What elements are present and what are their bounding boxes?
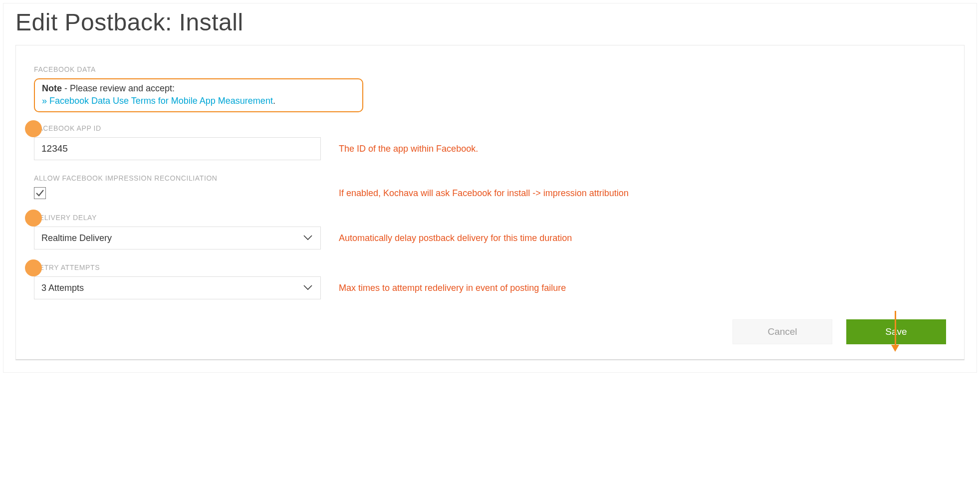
retry-attempts-select[interactable]: 3 Attempts xyxy=(34,276,321,299)
raquo-icon: » xyxy=(42,96,49,106)
highlight-dot-icon xyxy=(25,259,42,276)
retry-label: RETRY ATTEMPTS xyxy=(34,263,946,271)
check-icon xyxy=(35,189,44,198)
impression-label: ALLOW FACEBOOK IMPRESSION RECONCILIATION xyxy=(34,174,946,182)
cancel-button[interactable]: Cancel xyxy=(733,319,832,344)
highlight-dot-icon xyxy=(25,210,42,227)
retry-helper: Max times to attempt redelivery in event… xyxy=(339,283,566,293)
note-callout: Note - Please review and accept: » Faceb… xyxy=(34,78,363,112)
note-rest: - Please review and accept: xyxy=(62,83,175,93)
highlight-dot-icon xyxy=(25,120,42,137)
note-bold: Note xyxy=(42,83,62,93)
app-id-helper: The ID of the app within Facebook. xyxy=(339,144,478,154)
note-line-2: » Facebook Data Use Terms for Mobile App… xyxy=(42,96,355,106)
facebook-data-label: FACEBOOK DATA xyxy=(34,65,946,73)
impression-helper: If enabled, Kochava will ask Facebook fo… xyxy=(339,188,629,199)
impression-checkbox[interactable] xyxy=(34,187,46,199)
delivery-delay-helper: Automatically delay postback delivery fo… xyxy=(339,233,572,243)
facebook-app-id-input[interactable] xyxy=(34,137,321,160)
delivery-delay-label: DELIVERY DELAY xyxy=(34,214,946,222)
arrow-down-icon xyxy=(891,311,899,352)
note-period: . xyxy=(273,96,275,106)
note-line-1: Note - Please review and accept: xyxy=(42,83,355,94)
page-title: Edit Postback: Install xyxy=(15,8,965,36)
app-id-label: FACEBOOK APP ID xyxy=(34,124,946,132)
facebook-terms-link[interactable]: Facebook Data Use Terms for Mobile App M… xyxy=(49,96,273,106)
form-panel: FACEBOOK DATA Note - Please review and a… xyxy=(15,45,965,360)
delivery-delay-select[interactable]: Realtime Delivery xyxy=(34,227,321,249)
